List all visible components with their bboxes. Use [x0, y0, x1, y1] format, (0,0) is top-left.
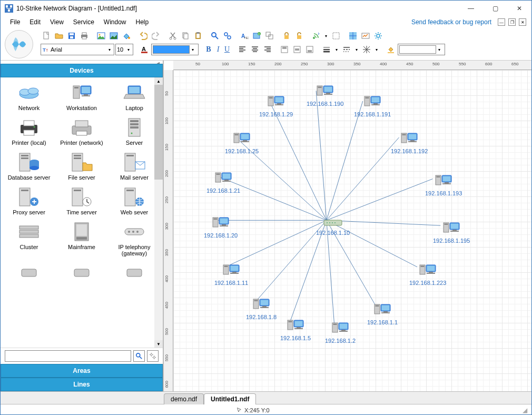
- color-fill-button[interactable]: [121, 30, 132, 42]
- valign-top-button[interactable]: [279, 44, 290, 55]
- text-tool-button[interactable]: ATEXT: [239, 30, 250, 42]
- areas-panel-header[interactable]: Areas: [1, 364, 163, 378]
- scroll-up-arrow[interactable]: ▲: [154, 77, 163, 85]
- device-item[interactable]: Printer (local): [4, 115, 54, 148]
- export-image-button[interactable]: [95, 30, 107, 42]
- device-item[interactable]: IP telephony (gateway): [109, 220, 160, 259]
- mdi-minimize-button[interactable]: —: [498, 18, 505, 26]
- find-replace-button[interactable]: [222, 30, 233, 42]
- diagram-node[interactable]: 192.168.1.11: [214, 263, 248, 286]
- line-style-dropdown[interactable]: ▾: [353, 47, 360, 52]
- lock-button[interactable]: [281, 30, 292, 42]
- diagram-hub-node[interactable]: 192.168.1.10: [316, 218, 350, 236]
- cut-button[interactable]: [167, 30, 179, 42]
- diagram-canvas[interactable]: 192.168.1.10192.168.1.29192.168.1.190192…: [173, 70, 531, 391]
- diagram-node[interactable]: 192.168.1.1: [367, 302, 398, 325]
- device-item[interactable]: File server: [56, 150, 107, 183]
- diagram-node[interactable]: 192.168.1.195: [433, 221, 470, 244]
- diagram-node[interactable]: 192.168.1.192: [391, 131, 428, 154]
- maximize-button[interactable]: ▢: [483, 1, 507, 16]
- diagram-node[interactable]: 192.168.1.191: [354, 94, 391, 117]
- fill-swatch-select[interactable]: ▾: [398, 44, 445, 55]
- menu-service[interactable]: Service: [69, 17, 98, 27]
- pattern-dropdown[interactable]: ▾: [373, 47, 380, 52]
- diagram-node[interactable]: 192.168.1.223: [409, 263, 446, 286]
- save-button[interactable]: [66, 30, 77, 42]
- line-weight-dropdown[interactable]: ▾: [333, 47, 340, 52]
- resize-grip-icon[interactable]: ◢: [523, 407, 527, 414]
- add-image-button[interactable]: +: [251, 30, 263, 42]
- diagram-node[interactable]: 192.168.1.29: [259, 94, 293, 117]
- insert-image-button[interactable]: [108, 30, 120, 42]
- italic-button[interactable]: I: [214, 44, 222, 55]
- diagram-node[interactable]: 192.168.1.8: [246, 297, 277, 320]
- device-item[interactable]: Web sever: [109, 185, 160, 218]
- device-item[interactable]: Cluster: [4, 220, 54, 259]
- device-search-button[interactable]: [133, 350, 145, 362]
- align-left-button[interactable]: [237, 44, 248, 55]
- mdi-close-button[interactable]: ✕: [519, 18, 526, 26]
- device-settings-button[interactable]: [147, 350, 159, 362]
- minimize-button[interactable]: —: [459, 1, 483, 16]
- align-center-button[interactable]: [249, 44, 261, 55]
- pattern-button[interactable]: [361, 44, 372, 55]
- find-button[interactable]: [209, 30, 221, 42]
- font-family-select[interactable]: TT Arial▾: [41, 44, 114, 55]
- bold-button[interactable]: B: [204, 44, 213, 55]
- diagram-button[interactable]: [360, 30, 371, 42]
- diagram-node[interactable]: 192.168.1.5: [280, 318, 311, 341]
- menu-edit[interactable]: Edit: [25, 17, 45, 27]
- menu-window[interactable]: Window: [100, 17, 131, 27]
- align-right-button[interactable]: [262, 44, 273, 55]
- devices-scrollbar[interactable]: ▲ ▼: [154, 77, 163, 348]
- scan-dropdown[interactable]: ▾: [323, 34, 329, 38]
- device-item[interactable]: Printer (network): [56, 115, 107, 148]
- underline-button[interactable]: U: [223, 44, 231, 55]
- menu-file[interactable]: File: [6, 17, 24, 27]
- tab-demo[interactable]: demo.ndf: [164, 393, 204, 404]
- map-button[interactable]: [347, 30, 359, 42]
- menu-help[interactable]: Help: [132, 17, 153, 27]
- device-item[interactable]: Database server: [4, 150, 54, 183]
- group-button[interactable]: [264, 30, 275, 42]
- feedback-link[interactable]: Send feedback or bug report: [408, 17, 495, 27]
- settings-button[interactable]: [372, 30, 384, 42]
- font-size-select[interactable]: 10▾: [115, 44, 133, 55]
- select-area-button[interactable]: [330, 30, 342, 42]
- device-item[interactable]: Workstation: [56, 81, 107, 113]
- close-button[interactable]: ✕: [507, 1, 531, 16]
- diagram-node[interactable]: 192.168.1.190: [307, 84, 343, 107]
- device-item[interactable]: Proxy server: [4, 185, 54, 218]
- device-search-input[interactable]: [5, 350, 131, 362]
- undo-button[interactable]: [137, 30, 149, 42]
- diagram-node[interactable]: 192.168.1.193: [425, 173, 462, 196]
- menu-view[interactable]: View: [46, 17, 68, 27]
- device-item[interactable]: Network: [4, 81, 54, 113]
- valign-bottom-button[interactable]: [304, 44, 316, 55]
- diagram-node[interactable]: 192.168.1.25: [225, 131, 259, 154]
- app-logo[interactable]: [5, 30, 33, 58]
- tab-untitled1[interactable]: Untitled1.ndf: [204, 393, 256, 404]
- valign-middle-button[interactable]: [291, 44, 303, 55]
- device-item[interactable]: Server: [109, 115, 160, 148]
- mdi-restore-button[interactable]: ❐: [508, 18, 516, 26]
- diagram-node[interactable]: 192.168.1.2: [325, 321, 356, 344]
- unlock-button[interactable]: [293, 30, 305, 42]
- device-item[interactable]: Laptop: [109, 81, 160, 113]
- device-item[interactable]: Time server: [56, 185, 107, 218]
- line-weight-button[interactable]: [321, 44, 332, 55]
- paste-button[interactable]: [192, 30, 204, 42]
- device-item[interactable]: Mainframe: [56, 220, 107, 259]
- scroll-down-arrow[interactable]: ▼: [154, 340, 163, 348]
- font-color-button[interactable]: A: [139, 44, 150, 55]
- diagram-node[interactable]: 192.168.1.20: [204, 215, 238, 239]
- redo-button[interactable]: [150, 30, 162, 42]
- device-item[interactable]: Mail server: [109, 150, 160, 183]
- device-item[interactable]: [109, 261, 160, 285]
- new-file-button[interactable]: [41, 30, 52, 42]
- text-bg-color-select[interactable]: ▾: [151, 44, 199, 55]
- print-button[interactable]: [78, 30, 90, 42]
- lines-panel-header[interactable]: Lines: [1, 378, 163, 391]
- devices-panel-header[interactable]: Devices: [1, 64, 163, 77]
- scan-network-button[interactable]: [310, 30, 322, 42]
